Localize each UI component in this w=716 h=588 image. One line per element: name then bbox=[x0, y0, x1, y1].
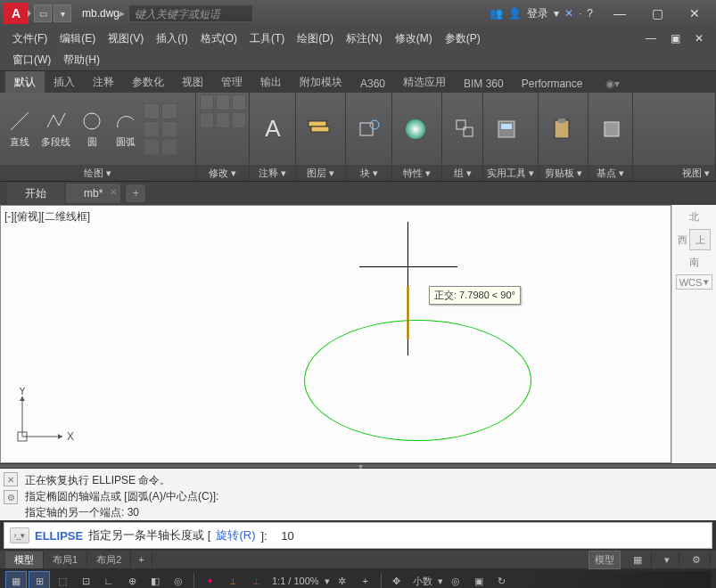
menubar-minimize-icon[interactable]: — bbox=[640, 29, 662, 47]
menu-draw[interactable]: 绘图(D) bbox=[292, 29, 339, 49]
help-search-input[interactable]: 键入关键字或短语 bbox=[128, 4, 253, 22]
tool-utilities[interactable] bbox=[487, 111, 526, 147]
help-icon[interactable]: ? bbox=[587, 7, 593, 20]
minimize-button[interactable]: — bbox=[602, 3, 638, 24]
tool-properties[interactable] bbox=[396, 111, 435, 147]
login-dropdown-icon[interactable]: ▾ bbox=[554, 7, 559, 20]
chevron-down-icon[interactable]: ▾ bbox=[325, 576, 330, 587]
panel-draw-label[interactable]: 绘图 ▾ bbox=[0, 165, 195, 181]
menu-modify[interactable]: 修改(M) bbox=[390, 29, 438, 49]
sb-square-icon[interactable]: ▣ bbox=[468, 571, 490, 588]
sb-gear-icon[interactable]: ✲ bbox=[332, 571, 353, 588]
sb-target-icon[interactable]: ◎ bbox=[445, 571, 466, 588]
panel-modify-label[interactable]: 修改 ▾ bbox=[196, 165, 249, 181]
sb-gizmo-icon[interactable]: ✦ bbox=[199, 571, 220, 588]
panel-base-label[interactable]: 基点 ▾ bbox=[588, 165, 632, 181]
panel-block-label[interactable]: 块 ▾ bbox=[346, 165, 391, 181]
ribtab-default[interactable]: 默认 bbox=[5, 71, 45, 93]
menu-param[interactable]: 参数(P) bbox=[440, 29, 486, 49]
tool-circle[interactable]: 圆 bbox=[76, 107, 108, 151]
menu-file[interactable]: 文件(F) bbox=[7, 29, 53, 49]
sb-plus-icon[interactable]: + bbox=[355, 571, 376, 588]
menu-help[interactable]: 帮助(H) bbox=[58, 50, 105, 70]
cmd-input-value[interactable]: 10 bbox=[281, 529, 293, 543]
tab-close-icon[interactable]: ✕ bbox=[110, 187, 117, 197]
menu-insert[interactable]: 插入(I) bbox=[151, 29, 193, 49]
tool-group[interactable] bbox=[446, 111, 485, 147]
panel-util-label[interactable]: 实用工具 ▾ bbox=[483, 165, 538, 181]
exchange-icon[interactable]: ✕ bbox=[564, 7, 573, 20]
command-history[interactable]: ✕ ⚙ 正在恢复执行 ELLIPSE 命令。 指定椭圆的轴端点或 [圆弧(A)/… bbox=[0, 469, 716, 520]
modify-grid[interactable] bbox=[200, 94, 246, 128]
tab-start[interactable]: 开始 bbox=[7, 183, 64, 205]
draw-flyout-grid[interactable] bbox=[144, 103, 177, 155]
ribtab-manage[interactable]: 管理 bbox=[212, 71, 251, 93]
layout-2[interactable]: 布局2 bbox=[87, 551, 131, 568]
panel-group-label[interactable]: 组 ▾ bbox=[442, 165, 482, 181]
panel-layer-label[interactable]: 图层 ▾ bbox=[296, 165, 345, 181]
tool-basepoint[interactable] bbox=[592, 111, 631, 147]
menu-tools[interactable]: 工具(T) bbox=[244, 29, 290, 49]
sb-infer-icon[interactable]: ⬚ bbox=[52, 571, 73, 588]
layout-1[interactable]: 布局1 bbox=[44, 551, 87, 568]
sb-osnap-icon[interactable]: ◎ bbox=[168, 571, 189, 588]
tool-block[interactable] bbox=[350, 111, 389, 147]
close-button[interactable]: ✕ bbox=[677, 3, 712, 24]
login-link[interactable]: 登录 bbox=[527, 6, 548, 21]
ribtab-addin[interactable]: 附加模块 bbox=[291, 71, 351, 93]
panel-clip-label[interactable]: 剪贴板 ▾ bbox=[539, 165, 588, 181]
drawing-canvas[interactable]: [-][俯视][二维线框] 正交: 7.7980 < 90° XY bbox=[0, 205, 671, 463]
chevron-down-icon[interactable]: ▾ bbox=[438, 576, 443, 587]
menu-dim[interactable]: 标注(N) bbox=[341, 29, 388, 49]
sb-units[interactable]: 小数 bbox=[409, 575, 436, 588]
layout-model[interactable]: 模型 bbox=[5, 551, 44, 568]
modelspace-button[interactable]: 模型 bbox=[588, 551, 621, 569]
sb-3d-icon[interactable]: ⟂ bbox=[245, 571, 267, 588]
people-icon[interactable]: 👥 bbox=[490, 7, 503, 20]
panel-annot-label[interactable]: 注释 ▾ bbox=[250, 165, 295, 181]
tool-arc[interactable]: 圆弧 bbox=[110, 107, 142, 151]
tool-line[interactable]: 直线 bbox=[4, 107, 36, 151]
sb-snap-icon[interactable]: ⊞ bbox=[29, 571, 50, 588]
ribtab-view[interactable]: 视图 bbox=[173, 71, 212, 93]
ribtab-more-icon[interactable]: ◉▾ bbox=[597, 74, 629, 93]
qat-open-icon[interactable]: ▾ bbox=[53, 4, 71, 22]
ucs-icon[interactable]: XY bbox=[13, 388, 76, 450]
cmd-close-icon[interactable]: ✕ bbox=[4, 472, 18, 486]
grid-icon[interactable]: ▦ bbox=[624, 552, 652, 568]
viewcube[interactable]: 上 bbox=[689, 229, 711, 250]
sb-dyn-icon[interactable]: ⊡ bbox=[75, 571, 96, 588]
ribtab-featured[interactable]: 精选应用 bbox=[394, 71, 455, 93]
sb-polar-icon[interactable]: ⊕ bbox=[121, 571, 143, 588]
tab-file[interactable]: mb*✕ bbox=[66, 184, 120, 203]
sb-zoom[interactable]: 1:1 / 100% bbox=[268, 576, 323, 586]
layout-add-button[interactable]: + bbox=[131, 552, 152, 567]
cmd-option[interactable]: 旋转(R) bbox=[216, 527, 255, 543]
menubar-close-icon[interactable]: ✕ bbox=[689, 29, 709, 47]
app-logo[interactable]: A bbox=[4, 3, 29, 24]
qat-new-icon[interactable]: ▭ bbox=[34, 4, 52, 22]
menu-view[interactable]: 视图(V) bbox=[103, 29, 149, 49]
wcs-dropdown[interactable]: WCS▾ bbox=[676, 274, 713, 290]
sb-grid-icon[interactable]: ▦ bbox=[5, 571, 27, 588]
viewport-label[interactable]: [-][俯视][二维线框] bbox=[4, 209, 90, 225]
layout-more-icon[interactable]: ▾ bbox=[655, 552, 679, 568]
menubar-restore-icon[interactable]: ▣ bbox=[665, 29, 686, 47]
ribtab-param[interactable]: 参数化 bbox=[123, 71, 173, 93]
panel-view-label[interactable]: 视图 ▾ bbox=[633, 165, 715, 181]
ribtab-bim360[interactable]: BIM 360 bbox=[455, 74, 513, 93]
cmd-config-icon[interactable]: ⚙ bbox=[4, 490, 18, 504]
ribtab-output[interactable]: 输出 bbox=[251, 71, 291, 93]
tool-layer[interactable] bbox=[300, 111, 339, 147]
tool-annotation[interactable]: A bbox=[253, 111, 292, 147]
tool-clipboard[interactable] bbox=[542, 111, 581, 147]
ribtab-a360[interactable]: A360 bbox=[351, 74, 394, 93]
sb-refresh-icon[interactable]: ↻ bbox=[491, 571, 513, 588]
menu-format[interactable]: 格式(O) bbox=[195, 29, 243, 49]
sb-ucs-icon[interactable]: ⟂ bbox=[222, 571, 243, 588]
sb-ortho-icon[interactable]: ∟ bbox=[98, 571, 119, 588]
layout-gear-icon[interactable]: ⚙ bbox=[683, 552, 711, 568]
ribtab-insert[interactable]: 插入 bbox=[45, 71, 84, 93]
sb-ann-icon[interactable]: ✥ bbox=[386, 571, 407, 588]
menu-window[interactable]: 窗口(W) bbox=[7, 50, 56, 70]
